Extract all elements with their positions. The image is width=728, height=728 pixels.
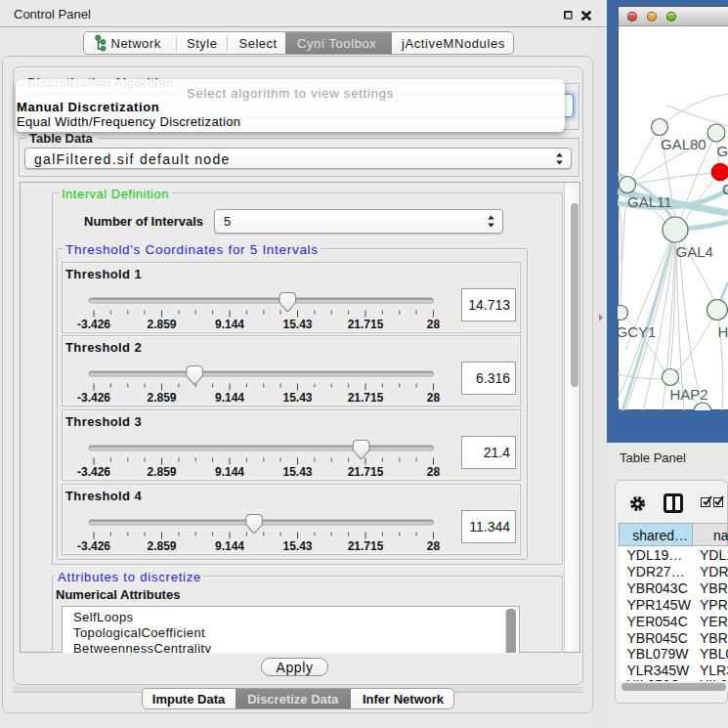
svg-text:HAP2: HAP2 bbox=[670, 386, 708, 403]
svg-text:-3.426: -3.426 bbox=[77, 391, 110, 405]
svg-text:21.715: 21.715 bbox=[348, 539, 384, 553]
svg-text:15.43: 15.43 bbox=[282, 465, 312, 479]
svg-text:H: H bbox=[718, 323, 728, 340]
svg-text:9.144: 9.144 bbox=[215, 539, 244, 553]
svg-text:-3.426: -3.426 bbox=[77, 465, 110, 479]
svg-text:-3.426: -3.426 bbox=[77, 539, 110, 553]
svg-text:2.859: 2.859 bbox=[147, 465, 176, 479]
svg-text:28: 28 bbox=[427, 465, 441, 479]
svg-text:21.715: 21.715 bbox=[348, 318, 384, 331]
svg-text:28: 28 bbox=[427, 391, 441, 405]
svg-text:15.43: 15.43 bbox=[282, 539, 312, 553]
svg-text:21.715: 21.715 bbox=[348, 465, 384, 479]
svg-text:28: 28 bbox=[427, 539, 441, 553]
svg-text:21.715: 21.715 bbox=[348, 391, 384, 405]
svg-text:15.43: 15.43 bbox=[282, 391, 312, 405]
svg-text:-3.426: -3.426 bbox=[77, 318, 110, 331]
svg-text:9.144: 9.144 bbox=[215, 318, 244, 331]
svg-text:2.859: 2.859 bbox=[147, 539, 176, 553]
svg-text:GAL11: GAL11 bbox=[627, 193, 672, 210]
svg-text:28: 28 bbox=[427, 318, 441, 331]
svg-text:GCY1: GCY1 bbox=[618, 323, 656, 340]
svg-text:2.859: 2.859 bbox=[147, 318, 176, 331]
svg-text:2.859: 2.859 bbox=[147, 391, 176, 405]
svg-text:GAL80: GAL80 bbox=[661, 136, 707, 152]
svg-text:GAL4: GAL4 bbox=[676, 243, 713, 260]
svg-text:9.144: 9.144 bbox=[215, 465, 244, 479]
svg-text:C: C bbox=[722, 181, 728, 197]
svg-text:9.144: 9.144 bbox=[215, 391, 244, 405]
svg-text:G.: G. bbox=[717, 143, 728, 159]
svg-text:15.43: 15.43 bbox=[282, 318, 312, 331]
